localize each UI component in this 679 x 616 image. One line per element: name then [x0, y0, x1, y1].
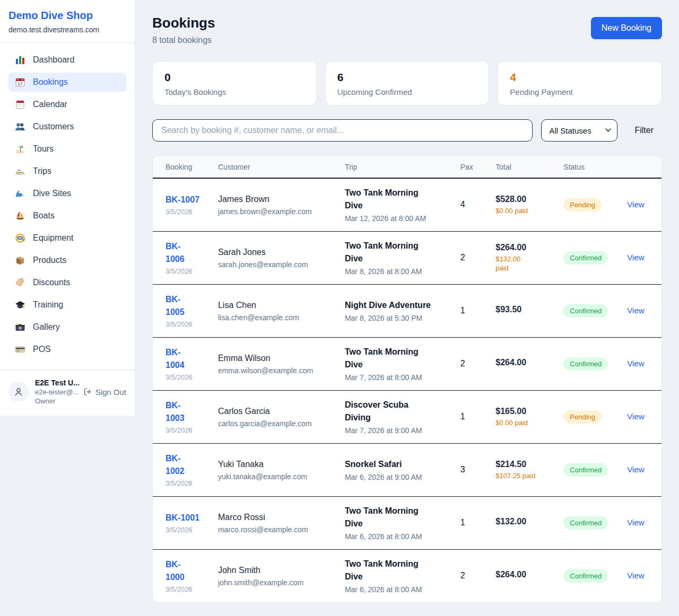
booking-id-link[interactable]: BK-1007 — [166, 193, 205, 206]
view-link[interactable]: View — [627, 412, 644, 421]
trip-date: Mar 6, 2026 at 8:00 AM — [345, 585, 448, 594]
view-link[interactable]: View — [627, 359, 644, 368]
sidebar-user-footer: E2E Test U... e2e-tester@... Owner Sign … — [0, 369, 135, 416]
status-badge: Pending — [563, 410, 602, 424]
customer-email: emma.wilson@example.com — [218, 366, 332, 375]
pax-count: 1 — [454, 284, 490, 337]
search-input[interactable] — [152, 119, 533, 142]
view-link[interactable]: View — [627, 253, 644, 262]
sidebar-item-discounts[interactable]: Discounts — [8, 273, 126, 292]
wave-icon — [15, 188, 25, 199]
sidebar-item-trips[interactable]: Trips — [8, 162, 126, 181]
booking-date: 3/5/2026 — [166, 267, 205, 275]
sidebar-item-pos[interactable]: POS — [8, 340, 126, 359]
page-title: Bookings — [152, 15, 215, 31]
sidebar-item-products[interactable]: Products — [8, 251, 126, 270]
booking-id-link[interactable]: BK- 1005 — [166, 293, 205, 319]
sidebar-item-calendar[interactable]: Calendar — [8, 95, 126, 114]
sidebar-item-training[interactable]: Training — [8, 295, 126, 314]
customer-email: john.smith@example.com — [218, 578, 332, 587]
sidebar-item-label: Calendar — [33, 100, 67, 109]
col-header-total: Total — [489, 156, 557, 178]
sidebar-item-customers[interactable]: Customers — [8, 117, 126, 136]
booking-id-link[interactable]: BK- 1002 — [166, 452, 205, 478]
sidebar-item-dashboard[interactable]: Dashboard — [8, 50, 126, 69]
pax-count: 2 — [454, 337, 490, 390]
view-link[interactable]: View — [627, 306, 644, 315]
customer-email: yuki.tanaka@example.com — [218, 472, 332, 481]
status-select[interactable]: All Statuses — [541, 119, 617, 142]
trip-name: Two Tank Morning Dive — [345, 505, 448, 530]
view-link[interactable]: View — [627, 200, 644, 209]
view-link[interactable]: View — [627, 465, 644, 474]
status-select-wrap: All Statuses — [541, 119, 617, 142]
status-badge: Pending — [563, 198, 602, 212]
status-badge: Confirmed — [563, 516, 608, 530]
paid-amount: $0.00 paid — [495, 418, 551, 427]
sidebar-item-label: Discounts — [33, 278, 70, 287]
sidebar-item-label: Trips — [33, 166, 51, 176]
trip-name: Two Tank Morning Dive — [345, 346, 448, 371]
booking-id-link[interactable]: BK- 1003 — [166, 399, 205, 425]
sidebar-item-label: Products — [33, 256, 66, 265]
sidebar-item-equipment[interactable]: Equipment — [8, 228, 126, 248]
customer-name: Sarah Jones — [218, 247, 332, 258]
total-amount: $528.00 — [495, 195, 551, 204]
filter-button[interactable]: Filter — [626, 126, 662, 135]
sidebar-item-boats[interactable]: Boats — [8, 206, 126, 225]
user-email: e2e-tester@... — [35, 388, 76, 396]
user-info: E2E Test U... e2e-tester@... Owner — [35, 379, 76, 405]
total-bookings-count: 8 total bookings — [152, 36, 215, 45]
new-booking-button[interactable]: New Booking — [591, 17, 662, 39]
status-badge: Confirmed — [563, 357, 608, 371]
tag-icon — [15, 277, 25, 288]
trip-date: Mar 12, 2026 at 8:00 AM — [345, 214, 448, 223]
person-icon — [13, 386, 24, 397]
avatar — [8, 382, 29, 402]
sidebar-item-label: Gallery — [33, 322, 60, 332]
trip-name: Night Dive Adventure — [345, 299, 448, 312]
view-link[interactable]: View — [627, 571, 644, 580]
booking-id-link[interactable]: BK- 1004 — [166, 346, 205, 372]
pax-count: 2 — [454, 549, 490, 602]
sidebar-item-bookings[interactable]: 17 Bookings — [8, 73, 126, 92]
customer-name: Yuki Tanaka — [218, 459, 332, 470]
svg-text:17: 17 — [18, 82, 22, 86]
booking-id-link[interactable]: BK- 1006 — [166, 240, 205, 266]
sidebar-item-tours[interactable]: Tours — [8, 139, 126, 159]
booking-id-link[interactable]: BK- 1000 — [166, 558, 205, 584]
bookings-calendar-icon: 17 — [15, 77, 25, 87]
paid-amount: $107.25 paid — [495, 471, 551, 480]
main-content: Bookings 8 total bookings New Booking 0 … — [135, 0, 679, 616]
stat-label: Pending Payment — [510, 87, 650, 96]
bookings-table-card: Booking Customer Trip Pax Total Status B… — [152, 155, 662, 603]
total-amount: $93.50 — [495, 305, 551, 314]
bar-chart-icon — [15, 55, 25, 65]
table-row: BK-10073/5/2026 James Brownjames.brown@e… — [153, 178, 661, 231]
booking-id-link[interactable]: BK-1001 — [166, 512, 205, 524]
trip-name: Snorkel Safari — [345, 458, 448, 471]
sign-out-button[interactable]: Sign Out — [83, 387, 126, 397]
sidebar-item-gallery[interactable]: Gallery — [8, 318, 126, 337]
table-row: BK- 10003/5/2026 John Smithjohn.smith@ex… — [153, 549, 661, 602]
total-amount: $165.00 — [495, 407, 551, 416]
package-icon — [15, 255, 25, 266]
customer-name: Lisa Chen — [218, 300, 332, 311]
sidebar-item-dive-sites[interactable]: Dive Sites — [8, 184, 126, 203]
pax-count: 4 — [454, 178, 490, 231]
sidebar: Demo Dive Shop demo.test.divestreams.com… — [0, 0, 135, 416]
table-row: BK- 10053/5/2026 Lisa Chenlisa.chen@exam… — [153, 284, 661, 337]
booking-date: 3/5/2026 — [166, 526, 205, 534]
sidebar-nav: Dashboard 17 Bookings Calendar Customers… — [0, 43, 135, 366]
trip-date: Mar 7, 2026 at 8:00 AM — [345, 373, 448, 382]
customer-email: james.brown@example.com — [218, 207, 332, 216]
trip-date: Mar 6, 2026 at 8:00 AM — [345, 532, 448, 541]
booking-date: 3/5/2026 — [166, 320, 205, 328]
table-row: BK-10013/5/2026 Marco Rossimarco.rossi@e… — [153, 496, 661, 549]
user-name: E2E Test U... — [35, 379, 76, 387]
total-amount: $264.00 — [495, 570, 551, 579]
status-badge: Confirmed — [563, 463, 608, 477]
view-link[interactable]: View — [627, 518, 644, 527]
page-header-text: Bookings 8 total bookings — [152, 15, 215, 45]
booking-date: 3/5/2026 — [166, 585, 205, 593]
